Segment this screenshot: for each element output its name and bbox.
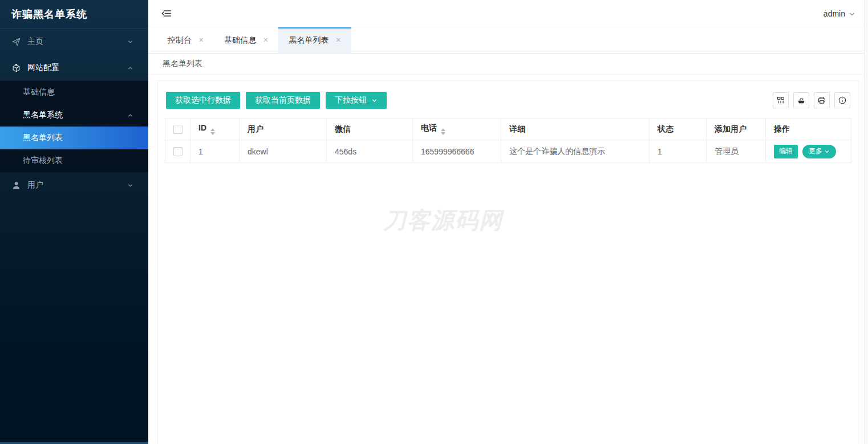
- column-header-status: 状态: [650, 119, 707, 140]
- dropdown-button[interactable]: 下拉按钮: [326, 92, 387, 109]
- chevron-down-icon: [127, 182, 133, 189]
- sort-icon[interactable]: [441, 128, 445, 135]
- cell-status: 1: [650, 140, 707, 163]
- cell-user: dkewl: [240, 140, 327, 163]
- tab-label: 黑名单列表: [289, 35, 328, 46]
- chevron-down-icon: [371, 97, 378, 104]
- info-icon[interactable]: [834, 92, 850, 108]
- column-header-detail: 详细: [501, 119, 650, 140]
- blacklist-table: ID 用户 微信 电话 详细 状态 添加用户 操作: [165, 118, 851, 163]
- cell-actions: 编辑 更多: [766, 140, 851, 163]
- sidebar-item-label: 黑名单列表: [23, 133, 63, 143]
- sort-icon[interactable]: [210, 128, 215, 135]
- more-button[interactable]: 更多: [802, 145, 836, 158]
- page-title: 黑名单列表: [163, 59, 202, 69]
- tab-label: 控制台: [168, 35, 192, 46]
- sidebar-item-label: 基础信息: [23, 87, 55, 97]
- print-icon[interactable]: [814, 92, 830, 108]
- cell-wechat: 456ds: [327, 140, 413, 163]
- column-header-user: 用户: [240, 119, 327, 140]
- breadcrumb: 黑名单列表: [148, 54, 868, 75]
- site-config-submenu: 基础信息 黑名单系统 黑名单列表 待审核列表: [0, 81, 148, 172]
- tab-blacklist-list[interactable]: 黑名单列表 ✕: [278, 27, 351, 53]
- active-tab-indicator: [278, 27, 351, 28]
- column-header-added-by: 添加用户: [707, 119, 766, 140]
- get-selected-rows-button[interactable]: 获取选中行数据: [166, 92, 240, 109]
- cell-detail: 这个是个诈骗人的信息演示: [501, 140, 650, 163]
- page-scrollbar[interactable]: [864, 0, 868, 444]
- sidebar-item-pending-review[interactable]: 待审核列表: [0, 149, 148, 172]
- table-row[interactable]: 1 dkewl 456ds 165999966666 这个是个诈骗人的信息演示 …: [165, 140, 851, 163]
- table-header-row: ID 用户 微信 电话 详细 状态 添加用户 操作: [165, 119, 851, 140]
- table-card: 获取选中行数据 获取当前页数据 下拉按钮: [157, 80, 859, 444]
- chevron-down-icon: [849, 11, 855, 18]
- column-header-actions: 操作: [766, 119, 851, 140]
- sidebar-item-label: 用户: [27, 180, 43, 190]
- select-all-checkbox[interactable]: [173, 125, 182, 134]
- tab-console[interactable]: 控制台 ✕: [157, 27, 214, 53]
- cell-phone: 165999966666: [413, 140, 501, 163]
- chevron-down-icon: [127, 39, 133, 45]
- cube-icon: [11, 63, 21, 73]
- sidebar-item-blacklist-system[interactable]: 黑名单系统: [0, 104, 148, 127]
- sidebar-item-basic-info[interactable]: 基础信息: [0, 81, 148, 104]
- sidebar-item-label: 待审核列表: [23, 156, 63, 166]
- tab-basic-info[interactable]: 基础信息 ✕: [214, 27, 278, 53]
- chevron-up-icon: [127, 65, 133, 71]
- column-header-wechat: 微信: [327, 119, 413, 140]
- sidebar-item-label: 黑名单系统: [23, 110, 63, 120]
- main-area: admin 控制台 ✕ 基础信息 ✕ 黑名单列表 ✕ 黑名单列表 获取选中行数据: [148, 0, 868, 444]
- cell-id: 1: [190, 140, 240, 163]
- get-current-page-button[interactable]: 获取当前页数据: [246, 92, 320, 109]
- topbar: admin: [148, 0, 868, 27]
- sidebar: 诈骗黑名单系统 主页 网站配置 基础信息 黑名单系统: [0, 0, 148, 444]
- chevron-down-icon: [824, 149, 830, 154]
- user-menu[interactable]: admin: [824, 9, 855, 18]
- row-checkbox[interactable]: [173, 147, 182, 156]
- user-icon: [11, 181, 21, 190]
- edit-button[interactable]: 编辑: [774, 145, 798, 158]
- sidebar-bottom-strip: [0, 442, 148, 444]
- sidebar-item-site-config[interactable]: 网站配置: [0, 55, 148, 81]
- export-icon[interactable]: [793, 92, 809, 108]
- close-icon[interactable]: ✕: [198, 36, 204, 44]
- username: admin: [824, 9, 845, 18]
- column-header-phone[interactable]: 电话: [413, 119, 501, 140]
- tabs-bar: 控制台 ✕ 基础信息 ✕ 黑名单列表 ✕: [148, 27, 868, 54]
- sidebar-nav: 主页 网站配置 基础信息 黑名单系统: [0, 28, 148, 198]
- sidebar-item-home[interactable]: 主页: [0, 28, 148, 55]
- chevron-up-icon: [127, 112, 133, 119]
- sidebar-item-blacklist-list[interactable]: 黑名单列表: [0, 127, 148, 149]
- close-icon[interactable]: ✕: [335, 36, 340, 44]
- column-header-id[interactable]: ID: [190, 119, 240, 140]
- collapse-menu-icon[interactable]: [161, 8, 172, 19]
- app-title: 诈骗黑名单系统: [0, 0, 148, 28]
- close-icon[interactable]: ✕: [263, 36, 268, 44]
- sidebar-item-label: 主页: [27, 36, 43, 47]
- sidebar-item-users[interactable]: 用户: [0, 172, 148, 198]
- cell-added-by: 管理员: [707, 140, 766, 163]
- columns-icon[interactable]: [773, 92, 789, 108]
- send-icon: [11, 37, 21, 47]
- content: 获取选中行数据 获取当前页数据 下拉按钮: [148, 75, 868, 444]
- table-toolbar: 获取选中行数据 获取当前页数据 下拉按钮: [166, 92, 850, 109]
- sidebar-item-label: 网站配置: [27, 63, 59, 73]
- tab-label: 基础信息: [224, 35, 256, 46]
